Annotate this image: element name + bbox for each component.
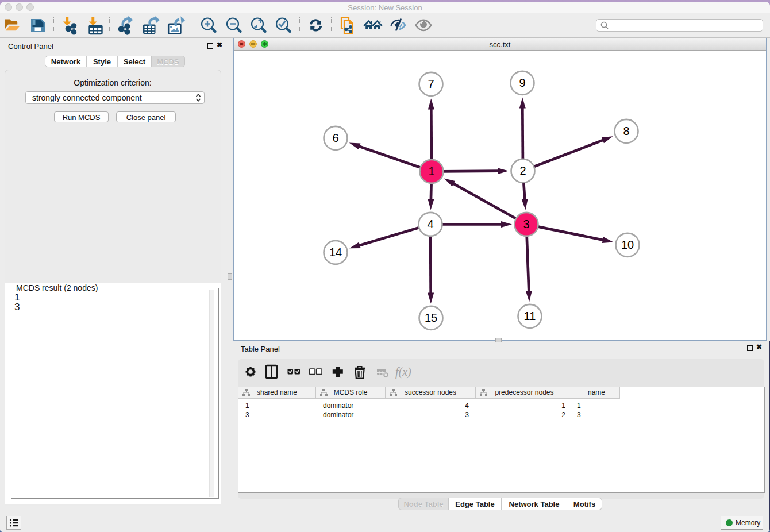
svg-text:7: 7 xyxy=(428,78,434,90)
svg-text:8: 8 xyxy=(623,125,629,137)
svg-text:2: 2 xyxy=(519,164,526,177)
svg-text:10: 10 xyxy=(621,238,634,251)
svg-text:6: 6 xyxy=(332,132,338,144)
svg-text:11: 11 xyxy=(524,310,536,322)
svg-text:15: 15 xyxy=(425,311,437,324)
svg-text:f(x): f(x) xyxy=(395,365,411,379)
svg-text:14: 14 xyxy=(329,246,342,259)
svg-text:4: 4 xyxy=(427,218,433,230)
svg-text:1: 1 xyxy=(428,165,434,178)
svg-text:9: 9 xyxy=(519,76,525,89)
svg-text:3: 3 xyxy=(523,218,529,230)
